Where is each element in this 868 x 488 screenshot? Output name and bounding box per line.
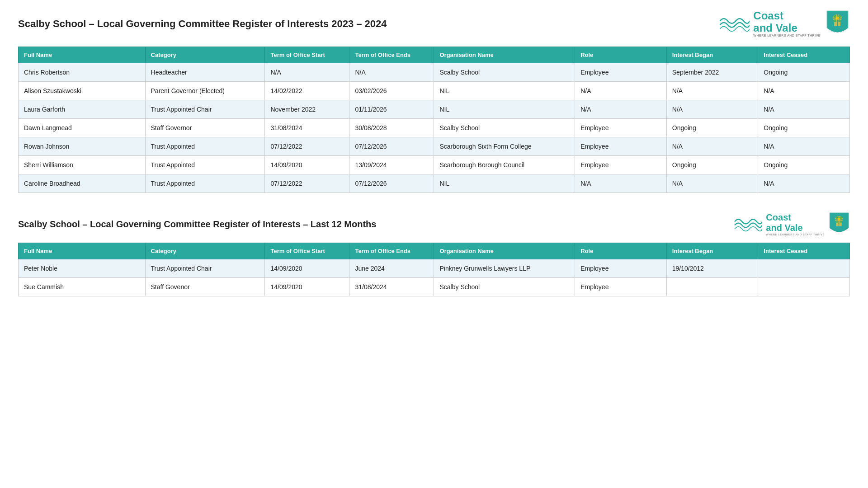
table-cell: Trust Appointed [145,137,265,156]
wave-icon [718,13,750,35]
table-cell: Chris Robertson [19,63,146,82]
col2-header-orgname: Organisation Name [434,243,575,259]
table-row: Chris RobertsonHeadteacherN/AN/AScalby S… [19,63,850,82]
col2-header-role: Role [575,243,667,259]
table-cell: Sherri Williamson [19,156,146,174]
col2-header-termstart: Term of Office Start [265,243,349,259]
table-cell: N/A [758,100,850,119]
table-cell: 07/12/2026 [349,174,434,193]
table-cell: 31/08/2024 [349,278,434,296]
table-cell: Employee [575,137,667,156]
table-cell [758,259,850,278]
table-cell: N/A [666,174,758,193]
table-cell: 31/08/2024 [265,119,349,137]
table-cell: N/A [349,63,434,82]
table-cell: Trust Appointed [145,174,265,193]
table-cell: Headteacher [145,63,265,82]
page-title: Scalby School – Local Governing Committe… [18,9,387,30]
tagline-text: WHERE LEARNERS AND STAFF THRIVE [753,34,821,38]
table-cell: N/A [265,63,349,82]
col-header-ceased: Interest Ceased [758,47,850,63]
table-1-header-row: Full Name Category Term of Office Start … [19,47,850,63]
page-header: Scalby School – Local Governing Committe… [18,9,850,38]
table-cell: Trust Appointed Chair [145,259,265,278]
table-cell: Ongoing [758,156,850,174]
shield-crest-icon [825,9,850,38]
table-cell: Employee [575,259,667,278]
table-row: Sherri WilliamsonTrust Appointed14/09/20… [19,156,850,174]
table-row: Dawn LangmeadStaff Governor31/08/202430/… [19,119,850,137]
table-cell: N/A [575,174,667,193]
col-header-role: Role [575,47,667,63]
table-cell: June 2024 [349,259,434,278]
coast-vale-text-2: Coast and Vale WHERE LEARNERS AND STAFF … [766,212,825,236]
table-row: Laura GarforthTrust Appointed ChairNovem… [19,100,850,119]
table-cell: 07/12/2022 [265,174,349,193]
col-header-began: Interest Began [666,47,758,63]
table-cell: Sue Cammish [19,278,146,296]
table-cell: NIL [434,82,575,100]
table-cell: Employee [575,156,667,174]
table-cell: 07/12/2022 [265,137,349,156]
col-header-fullname: Full Name [19,47,146,63]
table-cell: NIL [434,174,575,193]
col-header-termstart: Term of Office Start [265,47,349,63]
table-cell: 14/09/2020 [265,278,349,296]
table-cell: Laura Garforth [19,100,146,119]
table-cell: 07/12/2026 [349,137,434,156]
table-cell: Scarborough Sixth Form College [434,137,575,156]
logo-area: Coast and Vale WHERE LEARNERS AND STAFF … [718,9,850,38]
table-cell: 14/09/2020 [265,259,349,278]
table-row: Caroline BroadheadTrust Appointed07/12/2… [19,174,850,193]
table-cell: N/A [666,100,758,119]
table-cell: NIL [434,100,575,119]
svg-point-17 [838,218,840,221]
table-cell: N/A [758,82,850,100]
table-cell: N/A [758,174,850,193]
col2-header-category: Category [145,243,265,259]
col2-header-ceased: Interest Ceased [758,243,850,259]
table-cell: Trust Appointed [145,156,265,174]
col2-header-termend: Term of Office Ends [349,243,434,259]
svg-point-15 [836,221,838,223]
col2-header-fullname: Full Name [19,243,146,259]
table-1-body: Chris RobertsonHeadteacherN/AN/AScalby S… [19,63,850,193]
table-cell: 19/10/2012 [666,259,758,278]
table-cell: Scalby School [434,278,575,296]
table-cell: N/A [575,82,667,100]
table-row: Peter NobleTrust Appointed Chair14/09/20… [19,259,850,278]
table-cell: N/A [666,137,758,156]
table-cell: Ongoing [758,63,850,82]
coast-vale-logo: Coast and Vale WHERE LEARNERS AND STAFF … [718,10,821,37]
table-cell: Ongoing [758,119,850,137]
table-cell: Staff Governor [145,119,265,137]
table-cell: Pinkney Grunwells Lawyers LLP [434,259,575,278]
col2-header-began: Interest Began [666,243,758,259]
svg-point-6 [834,19,836,22]
table-cell: Employee [575,119,667,137]
table-row: Sue CammishStaff Govenor14/09/202031/08/… [19,278,850,296]
col-header-termend: Term of Office Ends [349,47,434,63]
table-cell: 14/02/2022 [265,82,349,100]
svg-point-16 [840,221,842,223]
col-header-orgname: Organisation Name [434,47,575,63]
table-cell [758,278,850,296]
table-cell: Ongoing [666,156,758,174]
table-2: Full Name Category Term of Office Start … [18,243,850,296]
table-cell: Peter Noble [19,259,146,278]
table-cell: Scalby School [434,63,575,82]
table-cell: Staff Govenor [145,278,265,296]
table-cell: 30/08/2028 [349,119,434,137]
shield-crest-icon-2 [828,211,850,237]
table-row: Rowan JohnsonTrust Appointed07/12/202207… [19,137,850,156]
table-cell: September 2022 [666,63,758,82]
table-cell: N/A [758,137,850,156]
coast-text: Coast [753,10,821,22]
table-cell: November 2022 [265,100,349,119]
table-cell: Rowan Johnson [19,137,146,156]
table-cell: 13/09/2024 [349,156,434,174]
table-cell: Dawn Langmead [19,119,146,137]
vale-text: and Vale [753,22,821,34]
table-cell: Ongoing [666,119,758,137]
table-cell: Trust Appointed Chair [145,100,265,119]
